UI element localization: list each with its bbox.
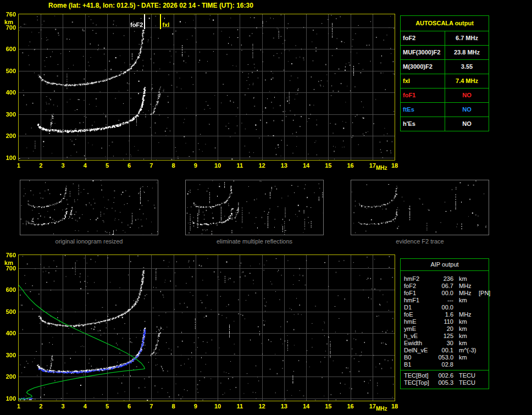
parameter-unit: km	[453, 275, 478, 283]
thumbnail-caption-original: original ionogram resized	[20, 238, 158, 245]
parameter-name: hmF2	[404, 275, 436, 283]
y-tick-label: 760	[2, 252, 16, 258]
parameter-value: 20	[436, 325, 453, 333]
y-tick-label: 200	[2, 132, 16, 139]
y-tick-label: 400	[2, 330, 16, 336]
x-tick-label: 4	[79, 403, 91, 410]
parameter-name: D1	[404, 304, 436, 311]
parameter-unit: MHz	[453, 311, 478, 318]
autoscala-row-m-3000-f2: M(3000)F23.55	[401, 60, 489, 74]
autoscala-row-fof2: foF26.7 MHz	[401, 31, 489, 46]
autoscala-output-table: AUTOSCALA output foF26.7 MHzMUF(3000)F22…	[400, 15, 489, 131]
y-tick-label: 600	[2, 46, 16, 52]
parameter-value: 3.55	[445, 60, 489, 74]
parameter-name: foF2	[404, 283, 436, 290]
x-tick-label: 14	[300, 162, 312, 169]
parameter-value: 06.7	[436, 283, 453, 290]
parameter-value: 005.3	[436, 379, 453, 386]
aip-row-ewidth: Ewidth30km	[401, 340, 489, 347]
aip-row-d1: D100.0	[401, 304, 489, 311]
y-tick-label: 300	[2, 111, 16, 118]
x-tick-label: 2	[35, 403, 47, 410]
parameter-unit	[453, 304, 478, 311]
y-tick-label: 100	[2, 154, 16, 161]
parameter-name: Ewidth	[404, 340, 436, 347]
parameter-value: ---	[436, 297, 453, 304]
x-tick-label: 7	[145, 403, 157, 410]
x-tick-label: 13	[278, 403, 290, 410]
parameter-value: 7.4 MHz	[445, 74, 489, 88]
parameter-name: TEC[Top]	[404, 379, 436, 386]
thumbnail-eliminate-multiple-reflections	[185, 180, 324, 235]
parameter-name: foF2	[401, 31, 445, 45]
aip-row-fof1: foF100.0MHz[PN]	[401, 290, 489, 297]
parameter-unit: m^(-3)	[453, 347, 478, 354]
x-tick-label: 3	[57, 162, 69, 169]
y-tick-label: 760	[2, 11, 16, 18]
parameter-name: h_vE	[404, 333, 436, 340]
autoscala-table-body: foF26.7 MHzMUF(3000)F223.8 MHzM(3000)F23…	[401, 31, 489, 131]
parameter-value: NO	[445, 88, 489, 102]
parameter-unit: MHz	[453, 283, 478, 290]
parameter-unit: km	[453, 340, 478, 347]
y-tick-label: 300	[2, 352, 16, 358]
aip-row-hme: hmE110km	[401, 318, 489, 325]
parameter-value: 110	[436, 318, 453, 325]
parameter-unit: MHz	[453, 290, 478, 297]
autoscala-screen: Rome (lat: +41.8, lon: 012.5) - DATE: 20…	[0, 0, 532, 415]
parameter-unit: TECU	[453, 372, 478, 379]
parameter-value: 00.0	[436, 290, 453, 297]
autoscala-row-fxi: fxI7.4 MHz	[401, 74, 489, 88]
parameter-value: 236	[436, 275, 453, 283]
parameter-name: M(3000)F2	[401, 60, 445, 74]
parameter-name: MUF(3000)F2	[401, 46, 445, 59]
aip-table-body: hmF2236kmfoF206.7MHzfoF100.0MHz[PN]hmF1-…	[401, 271, 489, 370]
x-tick-label: 11	[234, 403, 246, 410]
x-tick-label: 1	[13, 403, 25, 410]
parameter-name: fxI	[401, 74, 445, 88]
y-tick-label: 200	[2, 373, 16, 380]
autoscala-row-fof1: foF1NO	[401, 88, 489, 103]
autoscala-table-title: AUTOSCALA output	[401, 16, 489, 31]
parameter-name: foE	[404, 311, 436, 318]
x-tick-label: 12	[256, 162, 268, 169]
parameter-value: 1.6	[436, 311, 453, 318]
parameter-name: B1	[404, 361, 436, 368]
thumbnail-evidence-f2-trace	[351, 180, 489, 235]
parameter-value: NO	[445, 103, 489, 117]
thumbnail-caption-eliminate: eliminate multiple reflections	[185, 238, 324, 245]
x-tick-label: 5	[101, 403, 113, 410]
x-tick-label: 10	[212, 403, 224, 410]
x-tick-label: 9	[190, 162, 202, 169]
x-tick-label: 1	[13, 162, 25, 169]
recorded-ionogram-plot	[18, 14, 395, 161]
parameter-unit: km	[453, 325, 478, 333]
station-date-header: Rome (lat: +41.8, lon: 012.5) - DATE: 20…	[48, 2, 253, 9]
aip-row-hmf1: hmF1---km	[401, 297, 489, 304]
parameter-unit: km	[453, 354, 478, 361]
parameter-unit	[453, 361, 478, 368]
parameter-value: 6.7 MHz	[445, 31, 489, 45]
y-tick-label: 500	[2, 308, 16, 315]
autoscala-row-muf-3000-f2: MUF(3000)F223.8 MHz	[401, 46, 489, 60]
autoscala-row-ftes: ftEsNO	[401, 103, 489, 117]
parameter-name: h'Es	[401, 117, 445, 131]
thumbnail-caption-evidence: evidence F2 trace	[351, 238, 489, 245]
aip-row-tec-bot-: TEC[Bot]002.6TECU	[401, 372, 489, 379]
parameter-name: foF1	[401, 88, 445, 102]
y-axis-unit-label: km	[2, 19, 15, 25]
x-tick-label: 15	[322, 403, 334, 410]
parameter-name: ymE	[404, 325, 436, 333]
autoscala-row-h-es: h'EsNO	[401, 117, 489, 131]
parameter-name: foF1	[404, 290, 436, 297]
aip-row-hmf2: hmF2236km	[401, 275, 489, 283]
parameter-name: hmF1	[404, 297, 436, 304]
fof2-marker-label: foF2	[126, 21, 143, 28]
x-tick-label: 4	[79, 162, 91, 169]
y-axis-unit-label: km	[2, 259, 15, 266]
aip-row-b0: B0053.0km	[401, 354, 489, 361]
aip-row-yme: ymE20km	[401, 325, 489, 333]
x-tick-label: 2	[35, 162, 47, 169]
parameter-value: NO	[445, 117, 489, 131]
x-tick-label: 3	[57, 403, 69, 410]
